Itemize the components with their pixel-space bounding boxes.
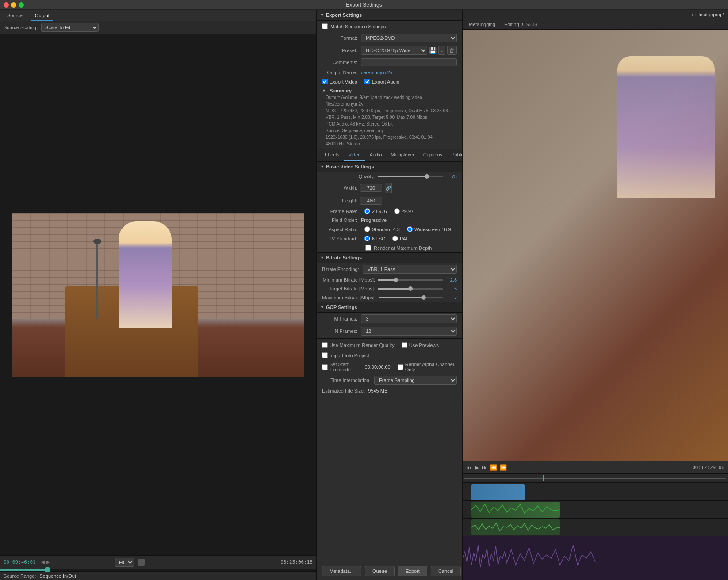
bitrate-encoding-select[interactable]: VBR, 1 Pass: [363, 265, 457, 274]
metadata-button[interactable]: Metadata...: [322, 566, 361, 576]
aspect-standard-radio[interactable]: [364, 226, 370, 232]
export-button[interactable]: Export: [398, 566, 427, 576]
target-bitrate-track[interactable]: [378, 288, 443, 290]
action-buttons: Queue Export Cancel: [365, 566, 461, 576]
source-scaling-select[interactable]: Scale To Fit: [41, 23, 99, 32]
n-frames-select[interactable]: 12: [361, 327, 457, 336]
video-clip[interactable]: [471, 484, 525, 500]
timeline-ruler-bar: [464, 478, 726, 479]
output-name-link[interactable]: ceremony.m2v: [361, 70, 392, 75]
right-panel: ▼ Export Settings Match Sequence Setting…: [317, 10, 463, 580]
bitrate-collapse-arrow[interactable]: ▼: [320, 256, 324, 260]
export-video-checkbox[interactable]: [322, 79, 328, 84]
audio-clip-2[interactable]: [471, 519, 560, 535]
gop-settings-header: ▼ GOP Settings: [317, 302, 462, 313]
gop-collapse-arrow[interactable]: ▼: [320, 305, 324, 309]
min-bitrate-thumb[interactable]: [394, 278, 398, 282]
tab-effects[interactable]: Effects: [320, 149, 344, 161]
tv-pal-radio[interactable]: [392, 236, 398, 241]
quality-label: Quality:: [322, 174, 375, 179]
format-select[interactable]: MPEG2-DVD: [361, 34, 457, 42]
aspect-wide-radio[interactable]: [407, 226, 413, 232]
width-label: Width:: [322, 185, 357, 191]
minimize-button[interactable]: [11, 2, 16, 8]
summary-source-line1: Source: Sequence, ceremony: [326, 127, 457, 134]
summary-collapse-arrow[interactable]: ▼: [322, 88, 326, 93]
tab-audio[interactable]: Audio: [365, 149, 386, 161]
link-icon[interactable]: 🔗: [385, 183, 392, 193]
comments-input[interactable]: [361, 58, 457, 66]
render-max-depth-checkbox[interactable]: [365, 245, 371, 251]
max-bitrate-fill: [379, 297, 424, 298]
tab-multiplexer[interactable]: Multiplexer: [387, 149, 419, 161]
n-frames-row: N Frames: 12: [317, 325, 462, 337]
delete-preset-icon[interactable]: 🗑: [447, 46, 457, 55]
render-alpha-checkbox[interactable]: [398, 364, 403, 370]
frame-rate-23-radio[interactable]: [364, 208, 370, 214]
cancel-button[interactable]: Cancel: [431, 566, 461, 576]
height-input[interactable]: [360, 197, 382, 205]
import-into-project-checkbox[interactable]: [322, 352, 328, 358]
fit-select[interactable]: Fit: [115, 558, 134, 567]
summary-output-line4: PCM Audio, 48 kHz, Stereo, 16 bit: [326, 121, 457, 127]
tab-source[interactable]: Source: [4, 11, 26, 21]
queue-button[interactable]: Queue: [365, 566, 395, 576]
use-previews-checkbox[interactable]: [402, 342, 407, 348]
maximize-button[interactable]: [19, 2, 24, 8]
tv-ntsc-radio[interactable]: [364, 236, 370, 241]
format-row: Format: MPEG2-DVD: [317, 32, 462, 44]
set-start-timecode-checkbox[interactable]: [322, 364, 328, 370]
audio-track-1: [463, 501, 728, 519]
max-bitrate-thumb[interactable]: [421, 295, 426, 300]
preset-select[interactable]: NTSC 23.976p Wide: [361, 46, 427, 55]
use-previews-group: Use Previews: [402, 342, 439, 348]
export-audio-checkbox[interactable]: [364, 79, 370, 84]
tab-video[interactable]: Video: [344, 149, 365, 161]
save-preset-icon[interactable]: 💾: [429, 47, 437, 54]
use-max-render-checkbox[interactable]: [322, 342, 328, 348]
summary-output-line3: VBR, 1 Pass, Min 2.80, Target 5.00, Max …: [326, 114, 457, 121]
width-input[interactable]: [360, 184, 382, 192]
time-interpolation-row: Time Interpolation: Frame Sampling: [317, 374, 462, 386]
source-range-row: Source Range: Sequence In/Out: [0, 571, 316, 580]
source-range-label: Source Range:: [4, 573, 36, 579]
time-interpolation-label: Time Interpolation:: [322, 378, 371, 383]
play-pause-button[interactable]: ▶: [475, 464, 479, 471]
basic-video-collapse-arrow[interactable]: ▼: [320, 164, 324, 169]
next-frame-button[interactable]: ⏭: [482, 464, 487, 471]
audio-clip-1[interactable]: [471, 502, 560, 518]
import-preset-icon[interactable]: ↓: [438, 46, 445, 55]
fr-tab-metalogging[interactable]: Metalogging: [464, 19, 500, 29]
collapse-arrow[interactable]: ▼: [320, 13, 324, 17]
preview-background: [463, 30, 728, 461]
field-order-label: Field Order:: [322, 218, 357, 223]
step-back-button[interactable]: ⏪: [490, 464, 497, 471]
prev-frame-button[interactable]: ⏮: [466, 464, 472, 471]
m-frames-select[interactable]: 3: [361, 314, 457, 323]
scrub-handle[interactable]: [45, 567, 50, 572]
time-interpolation-select[interactable]: Frame Sampling: [374, 376, 457, 385]
fr-tab-editing[interactable]: Editing (CS5.5): [500, 19, 542, 29]
target-bitrate-thumb[interactable]: [408, 286, 413, 291]
match-sequence-checkbox[interactable]: [322, 23, 328, 29]
step-forward-button[interactable]: ⏩: [500, 464, 507, 471]
scrub-progress: [0, 569, 47, 571]
timeline-playhead[interactable]: [543, 475, 544, 481]
close-button[interactable]: [4, 2, 9, 8]
frame-rate-29-radio[interactable]: [394, 208, 400, 214]
frame-rate-row: Frame Rate: 23.976 29.97: [317, 206, 462, 216]
quality-slider-thumb[interactable]: [425, 174, 429, 179]
tab-captions[interactable]: Captions: [419, 149, 447, 161]
target-bitrate-row: Target Bitrate [Mbps]: 5: [317, 284, 462, 293]
bitrate-encoding-label: Bitrate Encoding:: [322, 267, 359, 272]
max-bitrate-track[interactable]: [379, 297, 443, 298]
min-bitrate-track[interactable]: [378, 279, 443, 281]
tv-standard-group: NTSC PAL: [364, 236, 409, 241]
render-options-row: Use Maximum Render Quality Use Previews: [317, 340, 462, 351]
scrub-bar[interactable]: [0, 569, 316, 571]
fullscreen-icon[interactable]: [138, 559, 145, 566]
m-frames-row: M Frames: 3: [317, 313, 462, 325]
tab-output[interactable]: Output: [31, 11, 53, 21]
tab-publish[interactable]: Publish: [447, 149, 463, 161]
quality-slider-track[interactable]: [378, 176, 443, 177]
